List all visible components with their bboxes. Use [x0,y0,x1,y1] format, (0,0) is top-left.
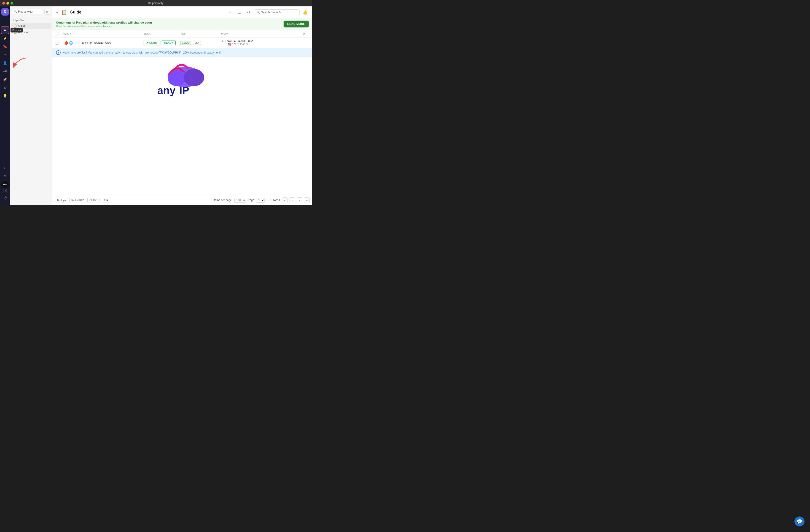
tag-guide: GUIDE [180,41,191,45]
notification-button[interactable]: 🔔 [302,9,309,16]
nav-icon-automations[interactable]: ✦ [1,51,9,59]
column-settings-icon[interactable]: ⚙ [302,32,305,35]
header-status-col: Status [144,32,180,35]
nav-icon-anyip[interactable]: anyIP [1,181,9,188]
folder-search-input[interactable] [18,10,41,13]
sort-icon[interactable]: ↑ [70,32,71,35]
footer-tag-usa[interactable]: USA [101,198,110,203]
nav-icon-launch[interactable]: 🚀 [1,76,9,83]
sidebar-header: 🔍 ⊕ [10,6,52,17]
table-footer: No tags Reddit R02 GUIDE USA Items per p… [52,195,312,205]
row-proxy-col: ↻ ○ anyIP.io - GUIDE - USA 🇺🇸 172.59.194… [221,39,303,46]
nav-icon-users[interactable]: 👤 [1,60,9,67]
nav-icon-extensions[interactable]: ⚡ [1,35,9,42]
main-search-bar[interactable]: 🔍 [254,10,299,15]
apple-icon: 🍎 [64,41,68,45]
banner-text: Conditions of Free plan without addition… [56,21,152,28]
profile-name: anyIP.io - GUIDE - USA [82,41,111,44]
profile-icons: 🍎 🌐 [64,41,73,45]
icon-bar-bottom: ↩ ⟳ anyIP EN ⏻ [1,164,9,203]
table-container: Name ↑ Status Tags Proxy ⚙ 🍎 🌐 [52,30,312,195]
nav-icon-proxies[interactable]: ⇔ Proxies [1,27,9,34]
read-more-button[interactable]: READ MORE [284,20,309,28]
select-all-checkbox[interactable] [55,32,59,35]
refresh-proxy-icon[interactable]: ↻ [221,39,224,43]
row-more-button[interactable]: ⋯ [76,41,81,45]
close-button[interactable] [2,2,5,4]
header-checkbox-col [55,32,62,35]
proxy-info: ↻ ○ anyIP.io - GUIDE - USA 🇺🇸 172.59.194… [221,39,303,46]
promo-plus-icon[interactable]: + [56,50,61,55]
back-button[interactable]: ‹‹ [56,10,59,14]
sidebar-section-title: All profiles [10,17,52,23]
folder-search-box[interactable]: 🔍 [12,9,43,14]
header-settings-col: ⚙ [302,32,310,35]
row-checkbox[interactable] [55,41,59,45]
page-title: Guide [70,10,224,15]
maximize-button[interactable] [11,2,13,4]
anyip-logo: any IP [150,58,214,103]
header-tags-col: Tags [180,32,221,35]
first-page-button[interactable]: « [282,197,288,203]
next-page-button[interactable]: › [297,197,302,203]
promo-row: + Need more profiles? You can add them, … [52,48,312,58]
nav-icon-power[interactable]: ⏻ [1,194,9,201]
main-content: ‹‹ 📋 Guide + ☰ ↻ 🔍 🔔 [52,6,312,205]
sidebar: 🔍 ⊕ All profiles 📋 Guide ⋯ 📋 anyIP.io [10,6,52,205]
footer-tag-reddit[interactable]: Reddit R02 [69,198,86,203]
header-name-col: Name ↑ [62,32,144,35]
search-bar-icon: 🔍 [256,11,260,14]
start-button[interactable]: ▶ START [144,40,161,45]
nav-icon-tips[interactable]: 💡 [1,92,9,100]
promo-text: Need more profiles? You can add them, or… [62,51,221,54]
svg-point-2 [184,69,204,86]
proxy-ip: 172.59.194.222 [232,43,248,46]
banner-title: Conditions of Free plan without addition… [56,21,152,24]
footer-tag-notags[interactable]: No tags [55,198,68,203]
pagination-info: 1 - 1 from 1 [266,198,280,202]
row-name-col: 🍎 🌐 ⋯ anyIP.io - GUIDE - USA [62,41,144,45]
row-checkbox-col [55,41,62,45]
nav-icon-logout[interactable]: ↩ [1,164,9,172]
last-page-button[interactable]: » [304,197,310,203]
add-folder-button[interactable]: ⊕ [44,9,50,15]
nav-icon-profiles[interactable]: ⊞ [1,18,9,26]
traffic-lights [2,2,13,4]
announcement-banner: Conditions of Free plan without addition… [52,18,312,30]
nav-icon-bookmarks[interactable]: 🔖 [1,43,9,50]
minimize-button[interactable] [6,2,9,4]
refresh-button[interactable]: ↻ [245,9,252,16]
filter-button[interactable]: ☰ [236,9,243,16]
items-per-page-label: Items per page: [213,198,232,202]
sidebar-item-label-anyip: anyIP.io [18,31,49,34]
app-container: D ⊞ ⇔ Proxies ⚡ 🔖 ✦ 👤 [0,6,312,205]
footer-tags: No tags Reddit R02 GUIDE USA [55,198,110,203]
flag-icon: 🇺🇸 [228,43,231,46]
prev-page-button[interactable]: ‹ [290,197,295,203]
language-toggle[interactable]: EN [2,189,8,193]
search-icon: 🔍 [14,10,17,13]
nav-icon-sync[interactable]: ⟳ [1,173,9,180]
proxy-status-icon: ○ [225,39,226,42]
ready-badge: READY [162,40,176,45]
page-icon: 📋 [61,10,67,15]
banner-subtitle: Read the article about the changes in fu… [56,25,152,28]
nav-icon-settings[interactable]: ⚙ [1,84,9,92]
sidebar-item-label-guide: Guide [18,24,44,28]
footer-tag-guide[interactable]: GUIDE [87,198,99,203]
add-button[interactable]: + [226,9,234,16]
sidebar-item-icon-guide: 📋 [13,24,17,28]
items-per-page-select[interactable]: 100 [234,198,246,203]
logo-area: any IP [52,58,312,103]
bell-icon: 🔔 [303,10,308,15]
svg-text:any: any [157,84,176,96]
proxy-name: anyIP.io - GUIDE - USA [227,39,253,42]
nav-icon-api[interactable]: API [1,68,9,75]
table-row: 🍎 🌐 ⋯ anyIP.io - GUIDE - USA ▶ START REA… [52,37,312,48]
header-actions: + ☰ ↻ 🔍 🔔 [226,9,309,16]
proxies-tooltip: Proxies [11,28,23,32]
app-logo[interactable]: D [1,8,9,16]
top-header: ‹‹ 📋 Guide + ☰ ↻ 🔍 🔔 [52,6,312,18]
page-select[interactable]: 1 [256,198,264,203]
main-search-input[interactable] [261,11,297,14]
